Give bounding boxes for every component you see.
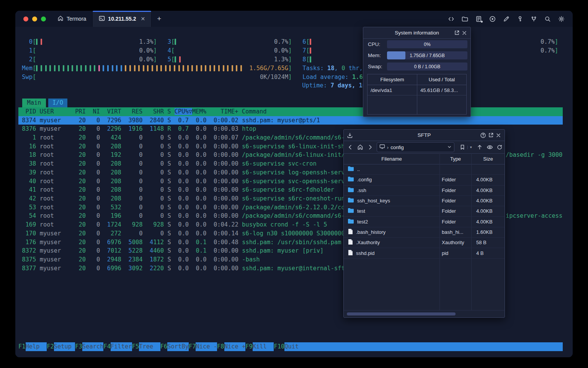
fkey-number: F7 bbox=[189, 342, 196, 351]
process-table-header[interactable]: PID USER PRI NI VIRT RES SHR S CPU%▽MEM%… bbox=[18, 107, 563, 116]
fkey-action-button[interactable]: SortBy bbox=[167, 342, 189, 351]
file-type: Folder bbox=[439, 177, 472, 182]
file-size: 4.00KB bbox=[472, 219, 493, 225]
file-name: .bash_history bbox=[356, 229, 385, 235]
file-row[interactable]: .sshFolder4.00KB bbox=[344, 185, 505, 196]
titlebar-toolbar bbox=[448, 11, 573, 27]
file-row[interactable]: testFolder4.00KB bbox=[344, 206, 505, 217]
record-icon[interactable] bbox=[489, 15, 496, 23]
code-icon[interactable] bbox=[448, 15, 455, 23]
fkey-number: F4 bbox=[103, 342, 111, 351]
cpu-usage-bar: 0% bbox=[387, 40, 467, 48]
back-icon[interactable] bbox=[345, 143, 355, 151]
tab-close-icon[interactable]: ✕ bbox=[141, 16, 145, 22]
filesystem-cell: /dev/vda1 bbox=[371, 85, 416, 95]
fkey-action-button[interactable]: Tree bbox=[139, 342, 160, 351]
cpu-meter-row: 1[0.0%] 4[0.0%] 7[0.7%] bbox=[18, 46, 558, 55]
mem-label: Mem: bbox=[368, 53, 381, 58]
htop-tab-io[interactable]: I/O bbox=[48, 99, 67, 107]
close-window-button[interactable] bbox=[23, 16, 28, 21]
filesystem-column-header[interactable]: Filesystem bbox=[368, 74, 417, 85]
fkey-number: F6 bbox=[160, 342, 168, 351]
file-name: .. bbox=[357, 166, 360, 172]
parent-directory-icon[interactable] bbox=[475, 143, 485, 151]
scrollbar-thumb[interactable] bbox=[347, 312, 456, 315]
system-information-panel: System information CPU: 0% Mem: 1.75GB /… bbox=[363, 27, 471, 117]
uptime-row: Uptime: 7 days, 16:2 bbox=[18, 81, 373, 90]
process-row[interactable]: 8374 myuser 20 0 7296 3980 2840 S 0.7 0.… bbox=[18, 116, 563, 125]
open-in-window-icon[interactable] bbox=[487, 131, 495, 139]
file-name: test bbox=[357, 208, 365, 214]
fkey-number: F3 bbox=[75, 342, 82, 351]
download-icon[interactable] bbox=[346, 131, 354, 139]
fkey-action-button[interactable]: Filter bbox=[111, 342, 132, 351]
fkey-action-button[interactable]: Nice + bbox=[224, 342, 246, 351]
help-icon[interactable] bbox=[479, 131, 487, 139]
cpu-meter-row: 2[0.0%] 5[1.3%] 8[ bbox=[18, 55, 555, 64]
fkey-action-button[interactable]: Quit bbox=[284, 342, 306, 351]
log-badge-icon[interactable] bbox=[475, 15, 482, 23]
tab-termora-home[interactable]: Termora bbox=[51, 11, 92, 27]
search-icon[interactable] bbox=[544, 15, 551, 23]
close-icon[interactable] bbox=[495, 131, 502, 139]
home-icon bbox=[57, 15, 64, 23]
file-row[interactable]: .. bbox=[344, 164, 505, 175]
sftp-panel: SFTP › config bbox=[343, 129, 505, 318]
file-row[interactable]: .configFolder4.00KB bbox=[344, 174, 505, 185]
folder-icon[interactable] bbox=[461, 15, 469, 23]
file-type: pid bbox=[439, 250, 472, 256]
home-icon[interactable] bbox=[355, 143, 365, 151]
file-size: 1.60KB bbox=[472, 229, 493, 235]
file-row[interactable]: sshd.pidpid4 B bbox=[344, 248, 505, 258]
close-icon[interactable] bbox=[461, 29, 468, 37]
fkey-action-button[interactable]: Search bbox=[82, 342, 104, 351]
file-name: .ssh bbox=[357, 187, 366, 193]
sftp-titlebar: SFTP bbox=[344, 130, 505, 141]
open-in-window-icon[interactable] bbox=[453, 29, 461, 37]
cpu-label: CPU: bbox=[368, 41, 380, 47]
fkey-number: F10 bbox=[274, 342, 284, 351]
file-row[interactable]: .XauthorityXauthority58 B bbox=[344, 237, 505, 248]
used-total-cell: 45.61GB / 58.3... bbox=[420, 85, 466, 95]
fkey-action-button[interactable]: Setup bbox=[54, 342, 75, 351]
size-column-header[interactable]: Size bbox=[472, 153, 505, 164]
minimize-window-button[interactable] bbox=[32, 16, 37, 21]
screen: Termora 10.211.55.2 ✕ + bbox=[0, 0, 588, 368]
file-size: 58 B bbox=[472, 240, 487, 245]
folder-icon bbox=[348, 176, 354, 183]
chevron-down-icon[interactable] bbox=[447, 145, 452, 150]
file-row[interactable]: test2Folder4.00KB bbox=[344, 217, 505, 227]
bookmark-icon[interactable] bbox=[457, 143, 467, 151]
mem-usage-bar: 1.75GB / 7.65GB bbox=[387, 51, 467, 59]
file-row[interactable]: .bash_historybash_hi...1.60KB bbox=[344, 227, 505, 238]
swap-usage-bar: 0 B / 1.00GB bbox=[387, 62, 467, 71]
htop-tab-main[interactable]: Main bbox=[22, 99, 46, 107]
used-total-column-header[interactable]: Used / Total bbox=[417, 74, 466, 85]
refresh-icon[interactable] bbox=[495, 143, 505, 151]
new-tab-button[interactable]: + bbox=[152, 11, 167, 27]
gear-icon[interactable] bbox=[558, 15, 565, 23]
bookmark-caret-icon[interactable]: ▼ bbox=[467, 146, 472, 149]
filesystem-table: Filesystem Used / Total /dev/vda1 45.61G… bbox=[367, 74, 467, 115]
path-segment[interactable]: config bbox=[390, 145, 404, 150]
file-row[interactable]: ssh_host_keysFolder4.00KB bbox=[344, 196, 505, 206]
type-column-header[interactable]: Type bbox=[440, 153, 471, 164]
zoom-window-button[interactable] bbox=[41, 16, 46, 21]
key-icon[interactable] bbox=[516, 15, 524, 23]
forward-icon[interactable] bbox=[365, 143, 375, 151]
tab-session[interactable]: 10.211.55.2 ✕ bbox=[92, 11, 152, 27]
keychain-branch-icon[interactable] bbox=[530, 15, 537, 23]
filename-column-header[interactable]: Filename bbox=[344, 153, 439, 164]
fkey-action-button[interactable]: Nice - bbox=[196, 342, 217, 351]
horizontal-scrollbar[interactable] bbox=[344, 310, 505, 317]
fkey-action-button[interactable]: Help bbox=[26, 342, 47, 351]
tab-session-label: 10.211.55.2 bbox=[108, 16, 136, 22]
show-hidden-eye-icon[interactable] bbox=[485, 143, 495, 151]
file-size: 4.00KB bbox=[472, 198, 493, 204]
pencil-icon[interactable] bbox=[503, 15, 510, 23]
path-input[interactable]: › config bbox=[377, 142, 455, 152]
fkey-action-button[interactable]: Kill bbox=[253, 342, 274, 351]
function-key-bar: F1Help F2Setup F3SearchF4FilterF5Tree F6… bbox=[18, 342, 563, 351]
file-size: 4 B bbox=[472, 250, 484, 256]
fkey-number: F2 bbox=[47, 342, 54, 351]
